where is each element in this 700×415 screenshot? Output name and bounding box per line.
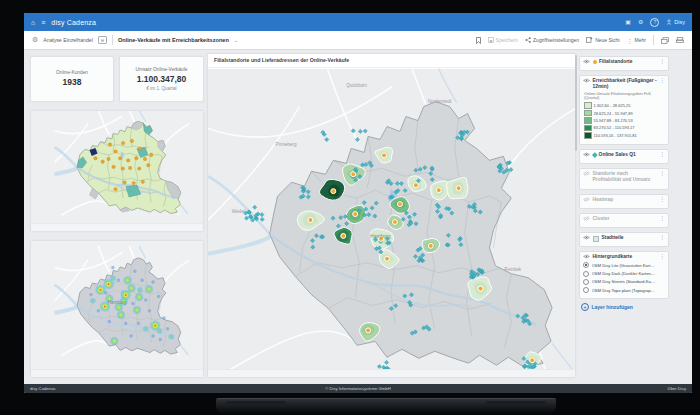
eye-icon[interactable] bbox=[583, 152, 590, 157]
bookmark-icon[interactable] bbox=[476, 37, 481, 44]
kpi-value: 1.100.347,80 bbox=[137, 74, 187, 84]
basemap-option[interactable]: OSM Disy Lite (Graustufen Kart… bbox=[583, 262, 665, 268]
legend-class: 28.625,24 - 55.947,89 bbox=[584, 110, 665, 116]
eye-icon[interactable] bbox=[583, 254, 590, 259]
eye-icon[interactable] bbox=[583, 235, 590, 240]
kpi-label: Online-Kunden bbox=[56, 70, 88, 75]
radio-icon[interactable] bbox=[583, 271, 589, 277]
basemap-option[interactable]: OSM Disy Dark (Dunkler Karten… bbox=[583, 271, 665, 277]
save-button[interactable]: Speichern bbox=[488, 37, 519, 43]
more-button[interactable]: ⋮ Mehr bbox=[627, 37, 646, 44]
topbar-actions: ▣ ⚙ ? Disy bbox=[625, 18, 685, 27]
svg-text:Reinbek: Reinbek bbox=[504, 267, 521, 272]
eye-off-icon[interactable] bbox=[583, 216, 590, 221]
user-name: Disy bbox=[674, 19, 685, 25]
layer-label: Erreichbarkeit (Fußgänger - 12min) bbox=[593, 78, 658, 90]
eye-off-icon[interactable] bbox=[583, 197, 590, 202]
layer-card-standorte-profitabilitaet[interactable]: Standorte nach Profitabilität und Umsatz… bbox=[579, 168, 669, 190]
share-icon bbox=[525, 37, 531, 43]
layer-card-cluster[interactable]: Cluster ⋮ bbox=[579, 213, 669, 228]
add-layer-button[interactable]: + Layer hinzufügen bbox=[581, 303, 633, 311]
legend-class: 83.270,52 - 110.593,17 bbox=[584, 125, 665, 131]
top-bar: ⌂ ≡ disy Cadenza ▣ ⚙ ? Disy bbox=[24, 13, 692, 31]
kebab-icon: ⋮ bbox=[627, 37, 633, 44]
choropleth-map[interactable] bbox=[31, 111, 203, 225]
layer-card-erreichbarkeit[interactable]: Erreichbarkeit (Fußgänger - 12min) ⋮ Onl… bbox=[579, 75, 669, 145]
workbook-title[interactable]: Analyse Einzelhandel bbox=[43, 37, 93, 43]
reachability-legend: Online-Umsatz Filialeinzugsgebiet Fuß (Q… bbox=[583, 92, 665, 139]
minimap-heatmap-card[interactable]: Hamburg bbox=[30, 240, 204, 378]
kebab-icon[interactable]: ⋮ bbox=[660, 171, 666, 177]
diamond-swatch-icon bbox=[592, 152, 597, 157]
layer-card-online-sales[interactable]: Online Sales Q1 ⋮ bbox=[579, 149, 669, 164]
map-attribution-bar bbox=[31, 223, 203, 231]
panel-scrollbar[interactable] bbox=[575, 55, 577, 151]
radio-icon[interactable] bbox=[583, 279, 589, 285]
sheet-title[interactable]: Online-Verkäufe mit Erreichbarkeitszonen bbox=[118, 37, 229, 43]
district-swatch-icon bbox=[593, 236, 600, 242]
laptop-base bbox=[216, 398, 556, 413]
toolbar-divider bbox=[112, 35, 113, 45]
user-menu[interactable]: Disy bbox=[666, 19, 685, 25]
map-attribution-bar bbox=[208, 369, 575, 377]
kpi-label: Umsatz Online-Verkäufe bbox=[136, 67, 188, 72]
apps-icon[interactable]: ▣ bbox=[625, 19, 631, 25]
app-title: disy Cadenza bbox=[51, 19, 96, 26]
basemap-option[interactable]: OSM Disy Streets (Standard-Ka… bbox=[583, 279, 665, 285]
layer-label: Online Sales Q1 bbox=[599, 152, 657, 158]
toolbar: ⚙ Analyse Einzelhandel ⊞ Online-Verkäufe… bbox=[24, 31, 692, 50]
panel-toggle-icon[interactable] bbox=[661, 37, 669, 44]
print-icon[interactable] bbox=[676, 37, 684, 44]
svg-text:Norderstedt: Norderstedt bbox=[428, 99, 453, 104]
plus-circle-icon: + bbox=[581, 303, 589, 311]
kebab-icon[interactable]: ⋮ bbox=[660, 78, 666, 84]
dashboard-content: Online-Kunden 1938 Umsatz Online-Verkäuf… bbox=[24, 50, 692, 384]
layer-label: Cluster bbox=[593, 216, 658, 222]
laptop-device: ⌂ ≡ disy Cadenza ▣ ⚙ ? Disy ⚙ Analyse Ei… bbox=[0, 0, 700, 415]
chevron-down-icon[interactable]: ⌄ bbox=[234, 37, 238, 43]
layer-card-filialstandorte[interactable]: Filialstandorte ⋮ bbox=[579, 56, 669, 71]
kpi-value: 1938 bbox=[63, 77, 82, 87]
main-map-card: Filialstandorte und Lieferadressen der O… bbox=[207, 53, 576, 378]
city-label: Hamburg bbox=[108, 300, 127, 305]
kpi-card-online-customers: Online-Kunden 1938 bbox=[30, 56, 114, 102]
home-icon[interactable]: ⌂ bbox=[31, 19, 35, 26]
eye-off-icon[interactable] bbox=[583, 171, 590, 176]
eye-icon[interactable] bbox=[583, 78, 590, 83]
legend-swatch bbox=[584, 117, 592, 123]
svg-text:Pinneberg: Pinneberg bbox=[276, 142, 297, 147]
radio-icon[interactable] bbox=[583, 287, 589, 293]
legend-swatch bbox=[584, 132, 592, 138]
legend-class: 1.302,60 - 28.625,25 bbox=[584, 102, 665, 108]
legend-swatch bbox=[584, 125, 592, 131]
kebab-icon[interactable]: ⋮ bbox=[660, 254, 666, 260]
main-map[interactable]: QuickbornNorderstedtPinnebergWedelReinbe… bbox=[208, 68, 575, 373]
eye-icon[interactable] bbox=[583, 59, 590, 64]
workbook-settings-icon[interactable]: ⚙ bbox=[32, 36, 38, 44]
status-right-link[interactable]: Über Disy bbox=[668, 386, 686, 391]
layer-card-heatmap[interactable]: Heatmap ⋮ bbox=[579, 194, 669, 209]
status-center: © Disy Informationssysteme GmbH bbox=[24, 386, 692, 391]
layer-card-hintergrundkarte[interactable]: Hintergrundkarte ⋮ OSM Disy Lite (Graust… bbox=[579, 251, 669, 299]
radio-icon[interactable] bbox=[583, 262, 589, 268]
kebab-icon[interactable]: ⋮ bbox=[660, 59, 666, 65]
menu-icon[interactable]: ≡ bbox=[41, 19, 45, 26]
heatmap-map[interactable]: Hamburg bbox=[31, 241, 203, 371]
workbook-badge-icon[interactable]: ⊞ bbox=[98, 36, 107, 44]
new-view-button[interactable]: Neue Sicht bbox=[586, 37, 619, 43]
status-bar: disy Cadenza © Disy Informationssysteme … bbox=[24, 384, 692, 393]
kebab-icon[interactable]: ⋮ bbox=[660, 152, 666, 158]
access-settings-button[interactable]: Zugriffseinstellungen bbox=[525, 37, 579, 43]
svg-text:Quickborn: Quickborn bbox=[346, 83, 367, 88]
kebab-icon[interactable]: ⋮ bbox=[660, 235, 666, 241]
kebab-icon[interactable]: ⋮ bbox=[660, 216, 666, 222]
help-icon[interactable]: ? bbox=[650, 18, 659, 27]
basemap-option[interactable]: OSM Disy Topo plain (Topograp… bbox=[583, 287, 665, 293]
settings-icon[interactable]: ⚙ bbox=[638, 19, 643, 25]
layer-label: Hintergrundkarte bbox=[593, 254, 658, 260]
layer-card-stadtteile[interactable]: Stadtteile ⋮ bbox=[579, 232, 669, 247]
toolbar-actions: Speichern Zugriffseinstellungen Neue Sic… bbox=[476, 35, 684, 45]
kebab-icon[interactable]: ⋮ bbox=[660, 197, 666, 203]
layer-label: Heatmap bbox=[593, 197, 658, 203]
minimap-choropleth-card[interactable] bbox=[30, 110, 204, 232]
